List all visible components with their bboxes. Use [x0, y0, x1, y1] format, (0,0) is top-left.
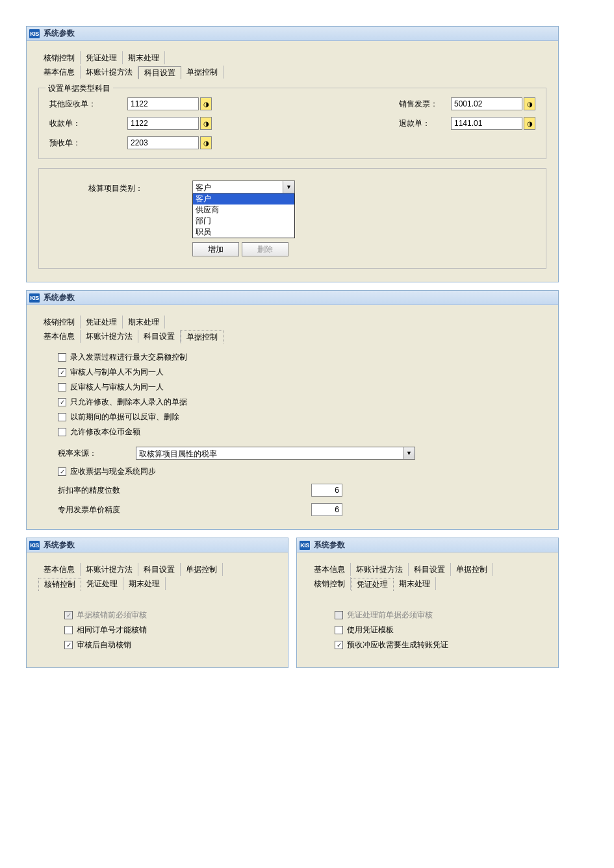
tabs-row-1: 核销控制 凭证处理 期末处理 — [38, 314, 546, 329]
label-receipt: 收款单： — [49, 118, 127, 129]
label-invoice-precision: 专用发票单价精度 — [58, 504, 311, 515]
dropdown-option[interactable]: 供应商 — [193, 205, 294, 216]
window-bill-control: KIS 系统参数 核销控制 凭证处理 期末处理 基本信息 坏账计提方法 科目设置… — [26, 290, 559, 530]
tab-period-end[interactable]: 期末处理 — [123, 316, 165, 329]
checkbox-label: 使用凭证模板 — [347, 625, 394, 636]
delete-button: 删除 — [242, 242, 288, 256]
checkbox: ✓ — [64, 611, 73, 619]
tab-voucher-process[interactable]: 凭证处理 — [81, 577, 123, 590]
window-voucher-process: KIS 系统参数 基本信息 坏账计提方法 科目设置 单据控制 核销控制 凭证处理… — [296, 538, 559, 668]
dropdown-tax-source[interactable]: 取核算项目属性的税率 ▼ — [136, 447, 415, 460]
label-category: 核算项目类别： — [88, 180, 192, 194]
label-prepay: 预收单： — [49, 138, 127, 149]
checkbox[interactable] — [58, 413, 66, 421]
window-title: 系统参数 — [44, 292, 75, 303]
checkbox-label: 只允许修改、删除本人录入的单据 — [70, 397, 187, 408]
tab-bill-control[interactable]: 单据控制 — [181, 330, 224, 343]
tabs-row-2: 核销控制 凭证处理 期末处理 — [309, 576, 546, 590]
tab-hexiao-control[interactable]: 核销控制 — [38, 51, 81, 64]
tab-basic-info[interactable]: 基本信息 — [309, 563, 351, 576]
tab-subject-settings[interactable]: 科目设置 — [138, 330, 181, 343]
fieldset-legend: 设置单据类型科目 — [45, 83, 113, 94]
window-hexiao-control: KIS 系统参数 基本信息 坏账计提方法 科目设置 单据控制 核销控制 凭证处理… — [26, 538, 288, 668]
tab-basic-info[interactable]: 基本信息 — [38, 563, 81, 576]
tab-bad-debt[interactable]: 坏账计提方法 — [81, 330, 138, 343]
dropdown-value: 取核算项目属性的税率 — [136, 447, 403, 459]
tab-hexiao-control[interactable]: 核销控制 — [38, 316, 81, 329]
titlebar: KIS 系统参数 — [27, 27, 558, 41]
dropdown-option[interactable]: 职员 — [193, 227, 294, 238]
tab-bill-control[interactable]: 单据控制 — [181, 66, 224, 79]
tab-hexiao-control[interactable]: 核销控制 — [309, 577, 351, 590]
tab-bad-debt[interactable]: 坏账计提方法 — [81, 563, 138, 576]
tab-voucher-process[interactable]: 凭证处理 — [81, 316, 123, 329]
tab-subject-settings[interactable]: 科目设置 — [409, 563, 451, 576]
checkbox[interactable]: ✓ — [58, 368, 66, 377]
lookup-icon[interactable]: ◑ — [524, 117, 535, 130]
checkbox-label: 单据核销前必须审核 — [77, 610, 147, 621]
lookup-icon[interactable]: ◑ — [200, 97, 212, 110]
checkbox-label: 审核人与制单人不为同一人 — [70, 367, 164, 378]
tab-basic-info[interactable]: 基本信息 — [38, 330, 81, 343]
window-subject-settings: KIS 系统参数 核销控制 凭证处理 期末处理 基本信息 坏账计提方法 科目设置… — [26, 26, 559, 282]
label-refund: 退款单： — [399, 118, 451, 129]
tab-voucher-process[interactable]: 凭证处理 — [81, 51, 123, 64]
dropdown-option[interactable]: 部门 — [193, 216, 294, 227]
checkbox[interactable] — [335, 626, 343, 634]
input-discount-precision[interactable] — [311, 484, 342, 497]
input-sales-invoice[interactable] — [451, 97, 522, 110]
checkbox-label: 录入发票过程进行最大交易额控制 — [70, 352, 187, 363]
fieldset-bill-subjects: 设置单据类型科目 其他应收单： ◑ 销售发票： ◑ 收款单： ◑ 退款单： ◑ — [38, 88, 546, 159]
tab-period-end[interactable]: 期末处理 — [123, 51, 165, 64]
lookup-icon[interactable]: ◑ — [200, 117, 212, 130]
tab-subject-settings[interactable]: 科目设置 — [138, 66, 181, 79]
input-other-recv[interactable] — [127, 97, 199, 110]
kis-logo-icon: KIS — [300, 541, 310, 550]
kis-logo-icon: KIS — [29, 293, 40, 303]
checkbox[interactable]: ✓ — [335, 641, 343, 649]
tab-basic-info[interactable]: 基本信息 — [38, 66, 81, 79]
checkbox[interactable] — [64, 626, 73, 634]
tab-bad-debt[interactable]: 坏账计提方法 — [351, 563, 409, 576]
tab-voucher-process[interactable]: 凭证处理 — [351, 578, 394, 591]
checkbox[interactable] — [58, 428, 66, 436]
window-title: 系统参数 — [314, 539, 345, 551]
tabs-row-1: 基本信息 坏账计提方法 科目设置 单据控制 — [309, 562, 546, 576]
input-refund[interactable] — [451, 117, 522, 130]
tabs-row-2: 核销控制 凭证处理 期末处理 — [38, 576, 276, 590]
tab-bad-debt[interactable]: 坏账计提方法 — [81, 66, 138, 79]
lookup-icon[interactable]: ◑ — [200, 136, 212, 149]
chevron-down-icon[interactable]: ▼ — [283, 181, 294, 193]
add-button[interactable]: 增加 — [192, 242, 239, 256]
input-invoice-precision[interactable] — [311, 503, 342, 516]
checkbox[interactable]: ✓ — [58, 467, 66, 476]
checkbox[interactable]: ✓ — [58, 398, 66, 406]
window-title: 系统参数 — [44, 539, 75, 551]
tab-subject-settings[interactable]: 科目设置 — [138, 563, 181, 576]
checkbox[interactable] — [58, 383, 66, 391]
tabs-row-2: 基本信息 坏账计提方法 科目设置 单据控制 — [38, 329, 546, 343]
label-discount-precision: 折扣率的精度位数 — [58, 485, 311, 496]
label-tax-source: 税率来源： — [58, 448, 136, 459]
tab-bill-control[interactable]: 单据控制 — [451, 563, 493, 576]
chevron-down-icon[interactable]: ▼ — [403, 447, 415, 459]
input-receipt[interactable] — [127, 117, 199, 130]
tab-period-end[interactable]: 期末处理 — [123, 577, 166, 590]
dropdown-option[interactable]: 客户 — [193, 193, 294, 205]
titlebar: KIS 系统参数 — [27, 538, 288, 552]
checkbox-label: 预收冲应收需要生成转账凭证 — [347, 639, 448, 651]
window-title: 系统参数 — [44, 28, 75, 39]
checkbox[interactable] — [58, 353, 66, 362]
tab-hexiao-control[interactable]: 核销控制 — [38, 578, 81, 591]
checkbox — [335, 611, 343, 619]
tabs-row-2: 基本信息 坏账计提方法 科目设置 单据控制 — [38, 64, 546, 79]
checkbox-label: 允许修改本位币金额 — [70, 427, 140, 438]
tabs-row-1: 核销控制 凭证处理 期末处理 — [38, 50, 546, 64]
input-prepay[interactable] — [127, 136, 199, 149]
checkbox[interactable]: ✓ — [64, 641, 73, 649]
lookup-icon[interactable]: ◑ — [524, 97, 535, 110]
tab-bill-control[interactable]: 单据控制 — [181, 563, 223, 576]
dropdown-list: 客户 供应商 部门 职员 — [192, 193, 295, 238]
dropdown-category[interactable]: 客户 ▼ 客户 供应商 部门 职员 — [192, 180, 295, 238]
tab-period-end[interactable]: 期末处理 — [394, 577, 436, 590]
